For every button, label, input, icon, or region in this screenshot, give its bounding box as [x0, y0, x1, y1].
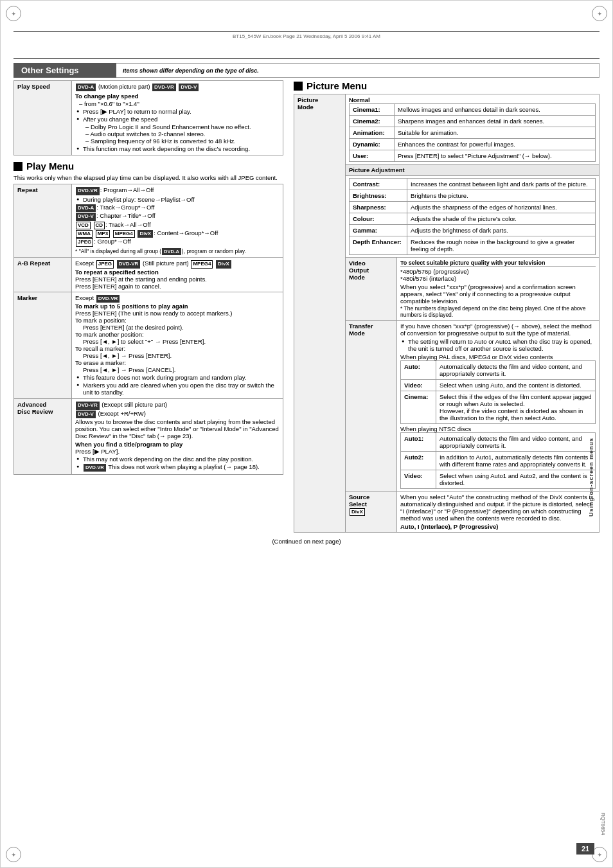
repeat-label: Repeat	[14, 184, 72, 258]
marker-content: Except DVD-VR To mark up to 5 positions …	[72, 292, 283, 398]
sharpness-desc: Adjusts the sharpness of the edges of ho…	[407, 202, 596, 213]
pal-auto-row: Auto: Automatically detects the film and…	[401, 361, 596, 380]
pal-video-desc: Select when using Auto, and the content …	[436, 380, 596, 391]
advanced-disc-review-label: Advanced Disc Review	[14, 399, 72, 475]
cinema2-desc: Sharpens images and enhances detail in d…	[395, 116, 596, 127]
ntsc-auto1-label: Auto1:	[401, 433, 436, 452]
adv-label-line2: Disc Review	[17, 408, 68, 415]
cinema2-label: Cinema2:	[350, 116, 395, 127]
play-speed-note1: – Dolby Pro Logic II and Sound Enhanceme…	[75, 123, 280, 130]
animation-desc: Suitable for animation.	[395, 127, 596, 139]
sharpness-label: Sharpness:	[350, 202, 407, 213]
repeat-note: * "All" is displayed during all group (D…	[75, 248, 280, 256]
brightness-sub: Brightness: Brightens the picture.	[350, 190, 596, 202]
ntsc-table: Auto1: Automatically detects the film an…	[400, 432, 596, 489]
colour-label: Colour:	[350, 213, 407, 225]
contrast-sub: Contrast: Increases the contrast between…	[350, 179, 596, 190]
animation-row: Animation: Suitable for animation.	[350, 127, 596, 139]
cinema2-row: Cinema2: Sharpens images and enhances de…	[350, 116, 596, 127]
repeat-row: Repeat DVD-VR: Program→All→Off During pl…	[14, 184, 283, 258]
ntsc-auto2-row: Auto2: In addition to Auto1, automatical…	[401, 452, 596, 470]
play-menu-icon	[13, 162, 22, 171]
play-speed-table: Play Speed DVD-A (Motion picture part) D…	[13, 80, 283, 155]
continued-text: (Continued on next page)	[13, 538, 600, 545]
pal-cinema-desc: Select this if the edges of the film con…	[436, 391, 596, 424]
picture-menu-title: Picture Menu	[294, 80, 600, 91]
play-speed-tags: DVD-A (Motion picture part) DVD-VR DVD-V	[75, 83, 280, 91]
tag-divx-source: DivX	[350, 508, 365, 516]
rqt-code: RQT8654	[600, 813, 606, 835]
source-select-options: Auto, I (Interlace), P (Progressive)	[400, 523, 596, 530]
option-480i: *480i/576i (interlace)	[400, 275, 596, 282]
picture-menu-heading: Picture Menu	[306, 80, 367, 91]
tag-dvd-v: DVD-V	[179, 84, 199, 91]
ntsc-auto1-desc: Automatically detects the film and video…	[436, 433, 596, 452]
play-menu-table: Repeat DVD-VR: Program→All→Off During pl…	[13, 184, 283, 474]
other-settings-header-row: Other Settings Items shown differ depend…	[13, 63, 600, 78]
pal-video-row: Video: Select when using Auto, and the c…	[401, 380, 596, 391]
left-column: Play Speed DVD-A (Motion picture part) D…	[13, 80, 283, 533]
marker-inst5: Press [◄, ►] → Press [CANCEL].	[75, 366, 280, 373]
play-speed-bullet1: Press [▶ PLAY] to return to normal play.	[75, 108, 280, 115]
corner-bl: ✦	[6, 847, 21, 862]
marker-inst1: Press [ENTER] (The unit is now ready to …	[75, 310, 280, 317]
marker-inst4: Press [◄, ►] → Press [ENTER].	[75, 352, 280, 359]
pal-video-label: Video:	[401, 380, 436, 391]
play-speed-bullet3: This function may not work depending on …	[75, 145, 280, 152]
transfer-intro: If you have chosen "xxx*p" (progressive)…	[400, 323, 596, 337]
pal-table: Auto: Automatically detects the film and…	[400, 360, 596, 424]
tag-mpeg4-ab: MPEG4	[191, 260, 213, 268]
repeat-vcd-cd-line: VCD CD: Track→All→Off	[75, 221, 280, 229]
tag-jpeg-ab: JPEG	[96, 260, 114, 268]
play-speed-bullet2: After you change the speed	[75, 116, 280, 123]
gamma-label: Gamma:	[350, 225, 407, 236]
marker-heading: To mark up to 5 positions to play again	[75, 303, 280, 310]
tag-cd: CD	[94, 222, 105, 229]
colour-sub: Colour: Adjusts the shade of the picture…	[350, 213, 596, 225]
corner-tl: ✦	[6, 6, 21, 21]
select-tv-text: To select suitable picture quality with …	[400, 260, 596, 267]
marker-inst2: Press [ENTER] (at the desired point).	[75, 324, 280, 331]
dynamic-row: Dynamic: Enhances the contrast for power…	[350, 139, 596, 150]
cinema1-row: Cinema1: Mellows images and enhances det…	[350, 104, 596, 116]
pal-auto-label: Auto:	[401, 361, 436, 380]
adv-note1: This may not work depending on the disc …	[75, 456, 280, 463]
tag-wma: WMA	[76, 230, 93, 238]
page-number: 21	[576, 843, 594, 855]
gamma-desc: Adjusts the brightness of dark parts.	[407, 225, 596, 236]
marker-row: Marker Except DVD-VR To mark up to 5 pos…	[14, 292, 283, 398]
tag-dvd-vr-marker: DVD-VR	[96, 295, 120, 303]
press-play: Press [▶ PLAY].	[75, 448, 280, 455]
tag-dvd-a-r: DVD-A	[76, 204, 96, 212]
picture-mode-row: PictureMode Normal Cinema1: Mellows imag…	[294, 94, 600, 164]
tag-dvd-vr: DVD-VR	[152, 84, 176, 91]
repeat-wma-line: WMA MP3 MPEG4 DivX: Content→Group*→Off	[75, 229, 280, 238]
marker-erase: To erase a marker:	[75, 359, 280, 366]
repeat-content: DVD-VR: Program→All→Off During playlist …	[72, 184, 283, 258]
option-480p: *480p/576p (progressive)	[400, 268, 596, 275]
picture-mode-label: PictureMode	[294, 94, 346, 533]
right-column: Picture Menu PictureMode Normal Cinema1:…	[294, 80, 600, 533]
depth-sub: Depth Enhancer: Reduces the rough noise …	[350, 236, 596, 255]
contrast-desc: Increases the contrast between light and…	[407, 179, 596, 190]
animation-label: Animation:	[350, 127, 395, 139]
tag-dvd-vr-adv2: DVD-VR	[84, 464, 106, 472]
ab-instruction1: Press [ENTER] at the starting and ending…	[75, 276, 280, 283]
ab-repeat-label: A-B Repeat	[14, 258, 72, 292]
motion-note: (Motion picture part)	[98, 84, 152, 90]
advanced-disc-review-content: DVD-VR (Except still picture part) DVD-V…	[72, 399, 283, 475]
depth-desc: Reduces the rough noise in the backgroun…	[407, 236, 596, 255]
play-speed-note3: – Sampling frequency of 96 kHz is conver…	[75, 137, 280, 145]
tag-dvd-v-r: DVD-V	[76, 213, 96, 220]
marker-to-mark: To mark a position:	[75, 317, 280, 324]
tag-dvd-vr-r: DVD-VR	[76, 187, 100, 195]
tag-dvd-vr-ab: DVD-VR	[117, 260, 141, 268]
ntsc-heading: When playing NTSC discs	[400, 425, 596, 432]
ntsc-video-desc: Select when using Auto1 and Auto2, and t…	[436, 470, 596, 489]
picture-mode-content: Normal Cinema1: Mellows images and enhan…	[346, 94, 600, 164]
ab-except-line: Except JPEG DVD-VR (Still picture part) …	[75, 260, 280, 268]
ntsc-auto2-desc: In addition to Auto1, automatically dete…	[436, 452, 596, 470]
advanced-disc-review-row: Advanced Disc Review DVD-VR (Except stil…	[14, 399, 283, 475]
marker-note2: Markers you add are cleared when you ope…	[75, 382, 280, 396]
marker-note1: This feature does not work during progra…	[75, 374, 280, 381]
